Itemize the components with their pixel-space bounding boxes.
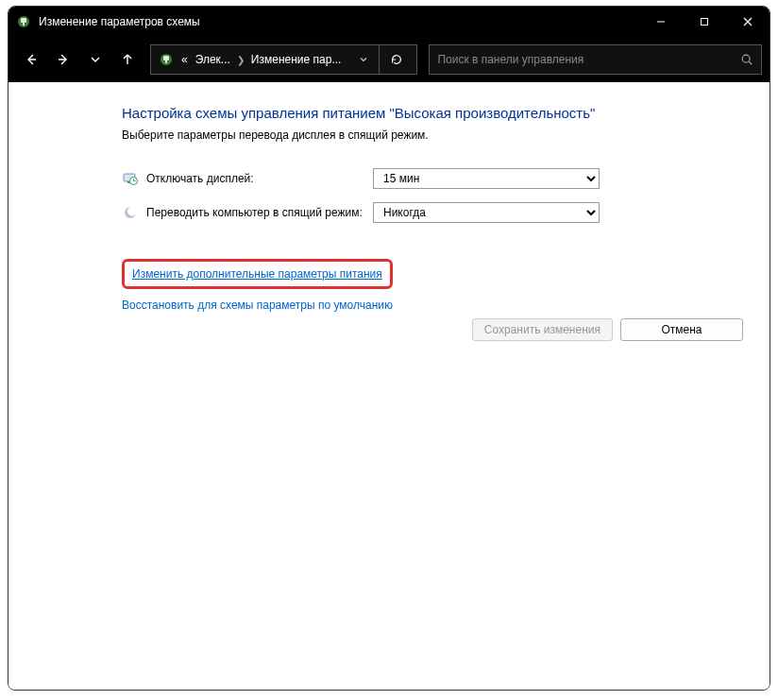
search-icon[interactable]: [740, 53, 753, 66]
content-area: Настройка схемы управления питанием "Выс…: [8, 82, 770, 690]
minimize-button[interactable]: [639, 7, 683, 37]
breadcrumb-dropdown[interactable]: [352, 55, 375, 64]
restore-defaults-link[interactable]: Восстановить для схемы параметры по умол…: [122, 299, 751, 312]
setting-sleep: Переводить компьютер в спящий режим: Ник…: [122, 202, 751, 223]
page-title: Настройка схемы управления питанием "Выс…: [122, 105, 751, 121]
display-off-select[interactable]: 15 мин: [373, 168, 600, 189]
setting-display-off: Отключать дисплей: 15 мин: [122, 168, 751, 189]
titlebar: Изменение параметров схемы: [8, 7, 770, 37]
cancel-button[interactable]: Отмена: [620, 318, 743, 341]
refresh-button[interactable]: [379, 45, 413, 74]
power-plan-icon: [158, 51, 175, 68]
search-input[interactable]: [437, 53, 736, 66]
svg-line-13: [749, 61, 752, 64]
svg-rect-11: [165, 60, 167, 63]
page-subtitle: Выберите параметры перевода дисплея в сп…: [122, 128, 751, 142]
sleep-label: Переводить компьютер в спящий режим:: [146, 206, 373, 219]
save-button: Сохранить изменения: [472, 318, 613, 341]
navbar: « Элек... ❯ Изменение пар...: [8, 37, 770, 82]
window-controls: [639, 7, 770, 37]
app-window: Изменение параметров схемы: [8, 6, 770, 691]
breadcrumb-prefix: «: [178, 53, 192, 66]
svg-rect-2: [23, 23, 25, 26]
breadcrumb-seg-1[interactable]: Элек...: [192, 53, 234, 66]
sleep-select[interactable]: Никогда: [373, 202, 600, 223]
breadcrumb-seg-2[interactable]: Изменение пар...: [247, 53, 346, 66]
advanced-settings-link[interactable]: Изменить дополнительные параметры питани…: [122, 259, 393, 289]
chevron-right-icon: ❯: [234, 55, 247, 65]
recent-dropdown-button[interactable]: [80, 44, 110, 75]
up-button[interactable]: [112, 44, 143, 75]
svg-rect-10: [163, 56, 169, 60]
search-box[interactable]: [429, 44, 762, 75]
maximize-button[interactable]: [683, 7, 726, 37]
close-button[interactable]: [726, 7, 770, 37]
svg-point-12: [742, 55, 750, 62]
forward-button[interactable]: [48, 44, 78, 75]
display-off-label: Отключать дисплей:: [146, 172, 373, 185]
svg-rect-4: [702, 19, 708, 26]
power-plan-icon: [16, 14, 31, 29]
monitor-timer-icon: [122, 170, 139, 187]
back-button[interactable]: [16, 44, 46, 75]
window-title: Изменение параметров схемы: [39, 15, 200, 28]
moon-icon: [122, 204, 139, 221]
svg-point-20: [127, 207, 137, 216]
svg-rect-1: [21, 18, 26, 23]
dialog-buttons: Сохранить изменения Отмена: [472, 318, 743, 341]
breadcrumb[interactable]: « Элек... ❯ Изменение пар...: [150, 44, 417, 75]
